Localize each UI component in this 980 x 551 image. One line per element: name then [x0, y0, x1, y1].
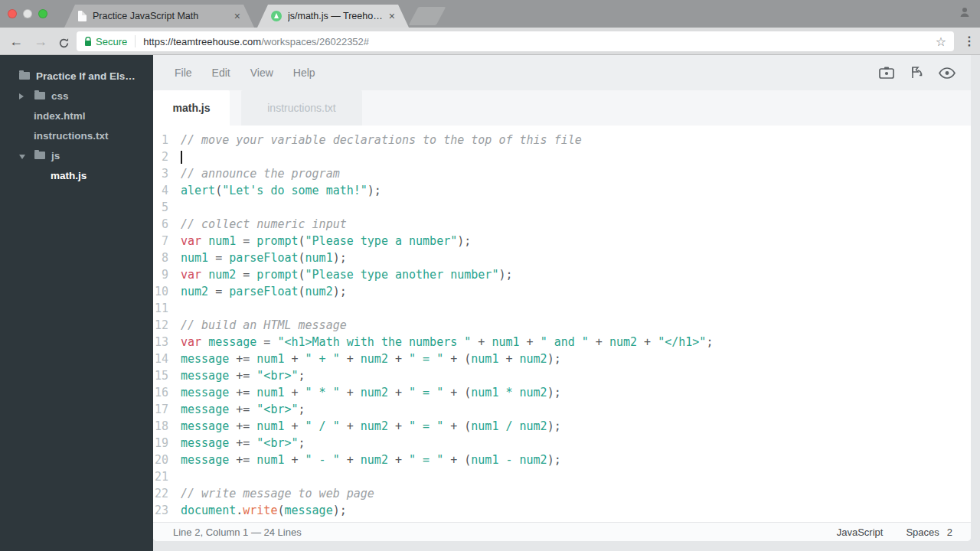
- indent-setting[interactable]: Spaces 2: [906, 527, 952, 538]
- code-text: // write message to web page: [181, 485, 374, 502]
- browser-tab-practice-javascript-math[interactable]: Practice JavaScript Math ×: [64, 5, 254, 28]
- profile-icon[interactable]: [959, 6, 971, 21]
- preview-eye-icon[interactable]: [939, 67, 956, 79]
- code-token: + (: [443, 419, 471, 433]
- code-text: num1 = parseFloat(num1);: [181, 249, 347, 266]
- code-line-22[interactable]: 22// write message to web page: [153, 485, 971, 502]
- code-token: parseFloat: [229, 285, 298, 298]
- code-line-1[interactable]: 1// move your variable declarations to t…: [153, 132, 971, 148]
- code-line-20[interactable]: 20message += num1 + " - " + num2 + " = "…: [153, 452, 971, 468]
- code-token: =: [236, 268, 256, 282]
- chevron-down-icon[interactable]: [19, 150, 28, 161]
- code-line-13[interactable]: 13var message = "<h1>Math with the numbe…: [153, 334, 971, 350]
- code-line-8[interactable]: 8num1 = parseFloat(num1);: [153, 249, 971, 266]
- code-text: document.write(message);: [181, 502, 347, 519]
- code-token: num1: [256, 352, 284, 366]
- browser-menu-icon[interactable]: ⋮: [963, 34, 975, 48]
- line-number: 19: [153, 435, 181, 452]
- code-line-16[interactable]: 16message += num1 + " * " + num2 + " = "…: [153, 384, 971, 401]
- code-area: 1// move your variable declarations to t…: [153, 132, 971, 519]
- code-token: num1: [492, 335, 519, 349]
- code-text: // move your variable declarations to th…: [181, 132, 582, 148]
- close-tab-icon[interactable]: ×: [389, 11, 395, 21]
- code-token: num2: [361, 453, 388, 467]
- chevron-right-icon[interactable]: [19, 90, 28, 102]
- tree-item-instructions-txt[interactable]: instructions.txt: [0, 126, 153, 145]
- menu-item-view[interactable]: View: [250, 67, 273, 79]
- close-tab-icon[interactable]: ×: [234, 11, 240, 21]
- new-tab-button[interactable]: [409, 7, 446, 25]
- camera-icon[interactable]: [879, 67, 894, 79]
- code-line-15[interactable]: 15message += "<br>";: [153, 367, 971, 384]
- browser-tab-treehouse-workspace[interactable]: js/math.js — Treehouse Works ×: [257, 5, 409, 28]
- code-line-17[interactable]: 17message += "<br>";: [153, 401, 971, 418]
- menu-item-edit[interactable]: Edit: [212, 67, 230, 79]
- tree-item-index-html[interactable]: index.html: [0, 106, 153, 126]
- editor-tab-instructions[interactable]: instructions.txt: [241, 90, 362, 126]
- code-line-6[interactable]: 6// collect numeric input: [153, 216, 971, 233]
- code-token: );: [368, 184, 381, 197]
- code-token: );: [333, 251, 347, 265]
- tree-item-label: js: [51, 150, 60, 161]
- code-token: +=: [229, 419, 256, 433]
- code-token: (: [299, 251, 305, 265]
- code-text: message += num1 + " / " + num2 + " = " +…: [181, 418, 561, 435]
- code-line-5[interactable]: 5: [153, 199, 971, 216]
- code-token: +=: [229, 352, 256, 366]
- language-mode-selector[interactable]: JavaScript: [837, 527, 884, 538]
- code-line-19[interactable]: 19message += "<br>";: [153, 435, 971, 452]
- divider: [135, 35, 136, 47]
- menu-item-file[interactable]: File: [175, 67, 192, 79]
- tree-item-math-js[interactable]: math.js: [0, 165, 153, 185]
- folder-icon: [19, 72, 30, 80]
- code-token: (: [299, 268, 305, 282]
- code-token: =: [208, 285, 229, 298]
- code-line-2[interactable]: 2: [153, 148, 971, 165]
- zoom-window-button[interactable]: [38, 9, 47, 18]
- code-line-23[interactable]: 23document.write(message);: [153, 502, 971, 519]
- tree-item-js[interactable]: js: [0, 145, 153, 165]
- window-controls[interactable]: [8, 9, 47, 18]
- code-line-14[interactable]: 14message += num1 + " + " + num2 + " = "…: [153, 350, 971, 367]
- reload-button[interactable]: [58, 35, 70, 54]
- code-token: +: [471, 335, 492, 349]
- code-line-7[interactable]: 7var num1 = prompt("Please type a number…: [153, 233, 971, 249]
- address-bar[interactable]: Secure https://teamtreehouse.com/workspa…: [77, 31, 954, 51]
- fork-icon[interactable]: [910, 66, 923, 80]
- code-token: + (: [443, 352, 471, 366]
- line-number: 18: [153, 418, 181, 435]
- forward-button[interactable]: →: [34, 32, 47, 51]
- tree-item-practice-if-and-els-[interactable]: Practice If and Els…: [0, 66, 153, 86]
- back-button[interactable]: ←: [9, 32, 23, 51]
- tree-item-css[interactable]: css: [0, 86, 153, 106]
- minimize-window-button[interactable]: [23, 9, 32, 18]
- code-token: num1: [471, 386, 498, 399]
- editor-toolbar-icons: [879, 66, 956, 80]
- line-number: 21: [153, 468, 181, 485]
- cursor-position-status: Line 2, Column 1 — 24 Lines: [173, 527, 302, 538]
- editor-tab-mathjs[interactable]: math.js: [153, 90, 230, 126]
- url-text[interactable]: https://teamtreehouse.com/workspaces/260…: [143, 36, 369, 47]
- code-line-9[interactable]: 9var num2 = prompt("Please type another …: [153, 266, 971, 283]
- code-line-11[interactable]: 11: [153, 300, 971, 317]
- code-token: +: [388, 386, 409, 399]
- code-editor[interactable]: 1// move your variable declarations to t…: [153, 126, 971, 522]
- code-line-21[interactable]: 21: [153, 468, 971, 485]
- browser-titlebar: Practice JavaScript Math × js/math.js — …: [0, 0, 980, 28]
- code-token: +: [284, 419, 305, 433]
- code-line-18[interactable]: 18message += num1 + " / " + num2 + " = "…: [153, 418, 971, 435]
- code-token: +: [388, 419, 409, 433]
- code-token: /: [498, 419, 519, 433]
- editor-statusbar: Line 2, Column 1 — 24 Lines JavaScript S…: [153, 522, 971, 541]
- code-text: message += "<br>";: [181, 401, 305, 418]
- code-line-10[interactable]: 10num2 = parseFloat(num2);: [153, 283, 971, 300]
- line-number: 20: [153, 452, 181, 468]
- secure-badge[interactable]: Secure: [84, 36, 127, 47]
- code-line-12[interactable]: 12// build an HTML message: [153, 317, 971, 334]
- menu-item-help[interactable]: Help: [293, 67, 315, 79]
- bookmark-star-icon[interactable]: ☆: [936, 34, 946, 49]
- code-line-3[interactable]: 3// announce the program: [153, 165, 971, 182]
- tree-item-label: math.js: [51, 170, 87, 181]
- close-window-button[interactable]: [8, 9, 17, 18]
- code-line-4[interactable]: 4alert("Let's do some math!");: [153, 182, 971, 199]
